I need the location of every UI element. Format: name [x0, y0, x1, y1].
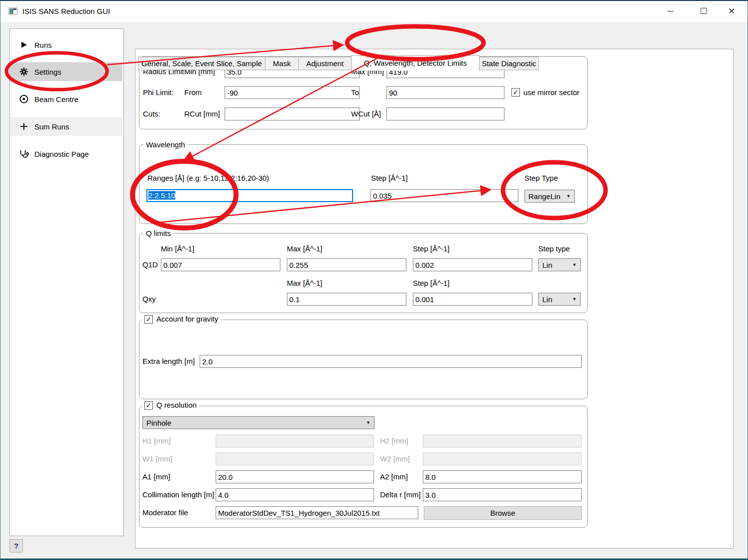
tab-mask[interactable]: Mask	[265, 57, 299, 70]
delta-r-input[interactable]	[423, 488, 582, 501]
wcut-input[interactable]	[386, 108, 504, 120]
tab-q-wavelength-detector-limits[interactable]: Q, Wavelength, Detector Limits	[351, 55, 480, 71]
phi-from-input[interactable]	[225, 86, 360, 99]
rcut-label: RCut [mm]	[184, 108, 220, 120]
sidebar-item-label: Sum Runs	[34, 122, 69, 131]
tab-general-scale[interactable]: General, Scale, Event Slice, Sample	[138, 57, 265, 70]
q-resolution-checkbox[interactable]: ✓	[144, 401, 153, 410]
wavelength-step-input[interactable]	[371, 189, 518, 202]
wcut-label: WCut [Å]	[351, 108, 381, 120]
wavelength-group-title: Wavelength	[143, 140, 188, 149]
step-type-label: Step Type	[524, 172, 558, 185]
gear-icon	[18, 66, 29, 77]
checkmark-icon: ✓	[146, 401, 152, 409]
moderator-file-label: Moderator file	[142, 506, 188, 519]
window-title: ISIS SANS Reduction GUI	[22, 1, 110, 22]
chevron-down-icon: ▼	[572, 297, 577, 302]
use-mirror-sector-checkbox[interactable]: ✓	[511, 88, 520, 97]
tab-state-diagnostic[interactable]: State Diagnostic	[479, 57, 539, 70]
sidebar-item-label: Beam Centre	[34, 95, 78, 104]
extra-length-label: Extra length [m]	[142, 355, 195, 368]
delta-r-label: Delta r [mm]	[380, 488, 421, 501]
phi-to-input[interactable]	[386, 86, 504, 99]
q-resolution-group-title: ✓ Q resolution	[142, 401, 199, 410]
qxy-row-label: Qxy	[142, 293, 156, 306]
sidebar-item-sum-runs[interactable]: Sum Runs	[10, 117, 123, 136]
a1-label: A1 [mm]	[142, 470, 170, 483]
phi-to-label: To	[351, 86, 359, 99]
h2-label: H2 [mm]	[380, 435, 408, 448]
sidebar-item-beam-centre[interactable]: Beam Centre	[10, 90, 123, 109]
q1d-max-input[interactable]	[287, 258, 406, 271]
target-icon	[18, 94, 29, 105]
tab-adjustment[interactable]: Adjustment	[298, 57, 352, 70]
sidebar-item-runs[interactable]: Runs	[10, 35, 123, 54]
q1d-row-label: Q1D	[142, 258, 158, 271]
use-mirror-sector-label: use mirror sector	[523, 86, 580, 99]
aperture-shape-dropdown[interactable]: Pinhole ▼	[142, 416, 374, 429]
h1-input	[216, 435, 374, 448]
moderator-file-input[interactable]	[216, 506, 418, 519]
chevron-down-icon: ▼	[572, 262, 577, 267]
qlimits-col-min: Min [Å^-1]	[161, 244, 194, 254]
w2-input	[423, 452, 582, 465]
sidebar-panel: Runs	[9, 28, 124, 536]
play-icon	[18, 39, 29, 50]
a2-label: A2 [mm]	[380, 470, 408, 483]
qlimits-col-max: Max [Å^-1]	[287, 244, 322, 254]
qxy-col-max: Max [Å^-1]	[287, 278, 322, 288]
qxy-step-input[interactable]	[413, 293, 532, 306]
wavelength-step-label: Step [Å^-1]	[371, 172, 408, 185]
q1d-step-type-dropdown[interactable]: Lin ▼	[538, 258, 581, 271]
q1d-min-input[interactable]	[161, 258, 280, 271]
sidebar-item-label: Settings	[34, 68, 61, 76]
extra-length-input[interactable]	[200, 355, 582, 368]
app-icon	[8, 7, 17, 15]
phi-from-label: From	[184, 86, 202, 99]
rcut-input[interactable]	[225, 108, 360, 120]
chevron-down-icon: ▼	[566, 194, 571, 199]
maximize-button[interactable]: ☐	[693, 4, 715, 19]
stethoscope-icon	[18, 148, 29, 159]
minimize-button[interactable]: ─	[659, 4, 681, 19]
sidebar-item-settings[interactable]: Settings	[10, 62, 123, 81]
client-area: Runs	[0, 22, 748, 559]
sidebar-item-label: Diagnostic Page	[34, 150, 89, 158]
qlimits-col-step: Step [Å^-1]	[413, 244, 450, 254]
close-button[interactable]: ✕	[721, 4, 743, 19]
wavelength-ranges-input[interactable]: 2:2.5:10	[146, 189, 353, 202]
browse-button[interactable]: Browse	[424, 506, 582, 520]
account-for-gravity-checkbox[interactable]: ✓	[144, 315, 153, 324]
w1-input	[216, 452, 374, 465]
chevron-down-icon: ▼	[366, 420, 371, 425]
w2-label: W2 [mm]	[380, 452, 410, 465]
wavelength-ranges-label: Ranges [Å] (e.g: 5-10,12:2:16,20-30)	[147, 172, 269, 185]
collimation-length-label: Collimation length [m]	[142, 488, 214, 501]
h1-label: H1 [mm]	[142, 435, 171, 448]
collimation-length-input[interactable]	[216, 488, 374, 501]
title-bar: ISIS SANS Reduction GUI ─ ☐ ✕	[0, 1, 748, 22]
phi-limit-label: Phi Limit:	[143, 86, 174, 99]
sidebar-item-label: Runs	[34, 41, 52, 49]
a1-input[interactable]	[216, 470, 374, 483]
plus-icon	[18, 121, 29, 132]
gravity-group-title: ✓ Account for gravity	[142, 315, 221, 324]
qxy-step-type-dropdown[interactable]: Lin ▼	[538, 293, 581, 306]
q-limits-group-title: Q limits	[143, 229, 173, 238]
qxy-col-step: Step [Å^-1]	[413, 278, 450, 288]
app-window: ISIS SANS Reduction GUI ─ ☐ ✕ Runs	[0, 0, 748, 560]
qxy-max-input[interactable]	[287, 293, 406, 306]
qlimits-col-type: Step type	[538, 244, 570, 254]
selected-text: 2:2.5:10	[148, 191, 175, 200]
step-type-dropdown[interactable]: RangeLin ▼	[524, 190, 575, 203]
q1d-step-input[interactable]	[413, 258, 532, 271]
checkmark-icon: ✓	[146, 315, 152, 323]
a2-input[interactable]	[423, 470, 582, 483]
w1-label: W1 [mm]	[142, 452, 172, 465]
checkmark-icon: ✓	[513, 88, 519, 96]
h2-input	[423, 435, 582, 448]
cuts-label: Cuts:	[143, 108, 160, 120]
help-button[interactable]: ?	[9, 539, 23, 553]
sidebar-item-diagnostic-page[interactable]: Diagnostic Page	[10, 144, 123, 163]
